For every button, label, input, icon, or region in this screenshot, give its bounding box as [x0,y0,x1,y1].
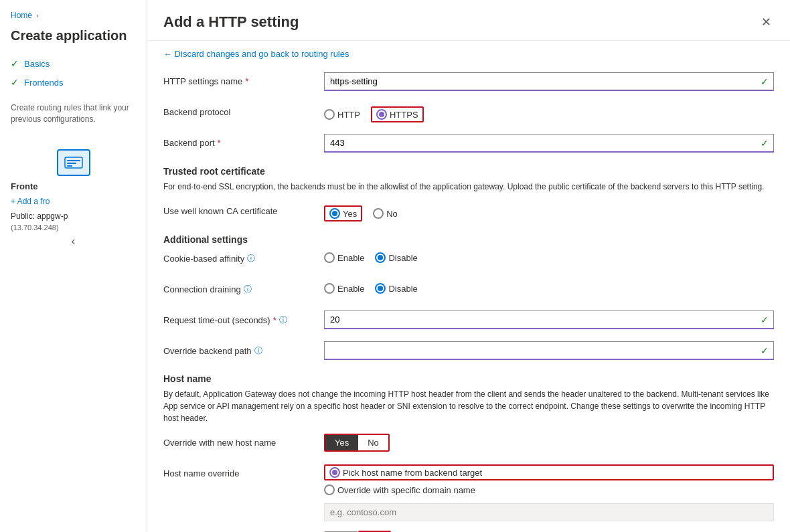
page-title: Create application [0,28,147,54]
draining-disable-radio[interactable] [375,283,386,294]
breadcrumb-arrow: › [36,11,39,19]
home-link[interactable]: Home [11,11,32,20]
host-name-desc: By default, Application Gateway does not… [163,388,774,424]
backend-protocol-row: Backend protocol HTTP HTTPS [163,103,774,124]
connection-draining-info-icon[interactable]: ⓘ [244,284,252,295]
add-frontend-link[interactable]: + Add a fro [0,194,147,209]
override-specific-domain-radio[interactable] [324,484,335,495]
main-panel: Add a HTTP setting ✕ ← Discard changes a… [147,0,790,532]
backend-port-wrapper: ✓ [324,134,774,153]
frontends-label: Frontends [24,78,64,88]
draining-disable-option[interactable]: Disable [375,283,417,294]
backend-port-row: Backend port * ✓ [163,134,774,155]
pick-host-name-label: Pick host name from backend target [343,468,482,478]
request-timeout-wrapper: ✓ [324,311,774,329]
http-settings-name-input[interactable] [324,72,774,91]
override-specific-domain-label: Override with specific domain name [337,485,475,495]
sidebar-desc: Create routing rules that link your prev… [0,102,147,136]
cookie-affinity-row: Cookie-based affinity ⓘ Enable Disable [163,249,774,270]
ca-cert-label: Use well known CA certificate [163,202,324,216]
svg-rect-1 [67,160,80,161]
override-backend-path-input[interactable] [324,341,774,360]
host-name-override-row: Host name override Pick host name from b… [163,464,774,521]
svg-rect-3 [67,165,72,167]
backend-port-label: Backend port * [163,134,324,148]
pick-host-name-radio[interactable] [329,467,340,478]
scroll-left[interactable]: ‹ [0,232,147,251]
override-backend-path-label: Override backend path ⓘ [163,341,324,357]
cookie-affinity-info-icon[interactable]: ⓘ [247,253,255,264]
sidebar-steps: ✓ Basics ✓ Frontends [0,54,147,102]
host-name-options: Pick host name from backend target Overr… [324,464,774,521]
request-timeout-control: ✓ [324,311,774,329]
host-name-override-control: Pick host name from backend target Overr… [324,464,774,521]
ca-cert-no-option[interactable]: No [373,208,398,219]
host-name-override-label: Host name override [163,464,324,478]
step-basics: ✓ Basics [0,54,147,73]
override-host-name-control: Yes No [324,434,774,452]
form-body: HTTP settings name * ✓ Backend protocol … [147,62,790,532]
back-link-container: ← Discard changes and go back to routing… [147,41,790,62]
back-link[interactable]: ← Discard changes and go back to routing… [163,49,349,59]
domain-name-input[interactable] [324,503,774,521]
ca-cert-row: Use well known CA certificate Yes No [163,202,774,224]
override-host-name-toggle-bordered: Yes No [324,434,390,452]
protocol-https-label: HTTPS [390,110,418,120]
breadcrumb[interactable]: Home › [0,11,147,28]
cookie-affinity-group: Enable Disable [324,249,774,263]
backend-port-control: ✓ [324,134,774,153]
affinity-disable-label: Disable [388,253,417,263]
ca-cert-yes-option[interactable]: Yes [329,208,357,219]
protocol-https-bordered: HTTPS [371,106,424,122]
draining-enable-radio[interactable] [324,283,335,294]
ca-cert-yes-radio[interactable] [329,208,340,219]
trusted-root-cert-desc: For end-to-end SSL encryption, the backe… [163,181,774,193]
ca-cert-no-label: No [386,209,398,219]
public-ip: (13.70.34.248) [0,224,147,232]
override-backend-path-control: ✓ [324,341,774,360]
sidebar-icon [57,149,90,176]
affinity-enable-option[interactable]: Enable [324,252,364,263]
basics-label: Basics [24,59,50,69]
step-frontends: ✓ Frontends [0,73,147,92]
http-settings-name-label: HTTP settings name * [163,72,324,86]
affinity-enable-label: Enable [337,253,364,263]
backend-protocol-label: Backend protocol [163,103,324,117]
required-marker: * [245,76,248,86]
request-timeout-row: Request time-out (seconds) * ⓘ ✓ [163,311,774,332]
http-settings-name-row: HTTP settings name * ✓ [163,72,774,94]
ca-cert-group: Yes No [324,202,774,221]
http-settings-name-control: ✓ [324,72,774,91]
sidebar-section-title: Fronte [11,181,136,191]
protocol-https-radio[interactable] [376,109,387,120]
connection-draining-label: Connection draining ⓘ [163,280,324,295]
sidebar: Home › Create application ✓ Basics ✓ Fro… [0,0,147,532]
basics-check: ✓ [11,58,19,69]
ca-cert-no-radio[interactable] [373,208,384,219]
protocol-http-radio[interactable] [324,109,335,120]
request-timeout-input[interactable] [324,311,774,329]
protocol-https-option[interactable]: HTTPS [376,109,418,120]
protocol-http-option[interactable]: HTTP [324,109,360,120]
request-timeout-required: * [273,315,276,325]
override-specific-domain-option[interactable]: Override with specific domain name [324,484,774,495]
host-name-title: Host name [163,373,774,384]
ca-cert-control: Yes No [324,202,774,221]
override-host-name-no-btn[interactable]: No [358,435,388,450]
override-backend-path-wrapper: ✓ [324,341,774,360]
override-backend-path-row: Override backend path ⓘ ✓ [163,341,774,363]
draining-enable-option[interactable]: Enable [324,283,364,294]
ca-cert-yes-bordered: Yes [324,205,362,221]
override-backend-path-info-icon[interactable]: ⓘ [254,345,262,357]
override-host-name-yes-btn[interactable]: Yes [325,435,358,450]
draining-disable-label: Disable [388,284,417,294]
affinity-disable-option[interactable]: Disable [375,252,417,263]
connection-draining-group: Enable Disable [324,280,774,294]
affinity-disable-radio[interactable] [375,252,386,263]
cookie-affinity-label: Cookie-based affinity ⓘ [163,249,324,264]
backend-port-input[interactable] [324,134,774,153]
ca-cert-yes-label: Yes [343,209,357,219]
close-button[interactable]: ✕ [759,12,774,32]
affinity-enable-radio[interactable] [324,252,335,263]
request-timeout-info-icon[interactable]: ⓘ [279,315,287,326]
